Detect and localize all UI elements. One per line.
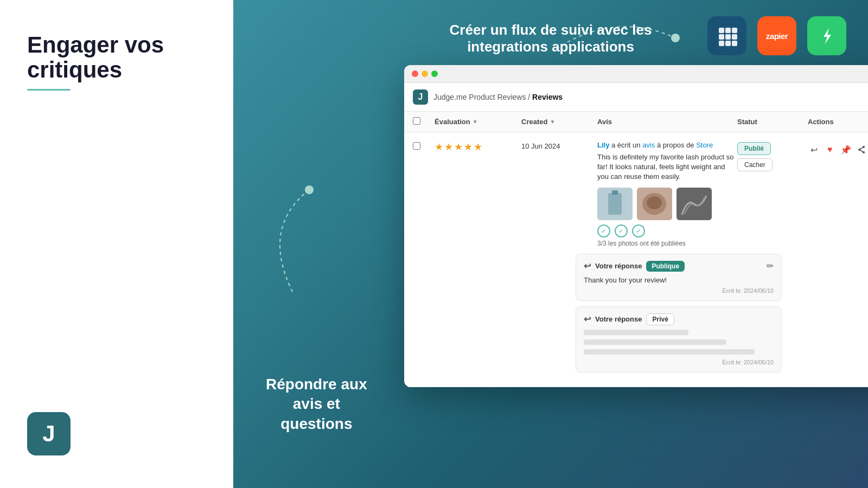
status-published-badge[interactable]: Publié (737, 142, 771, 155)
svg-rect-9 (725, 41, 731, 46)
replies-section: ↩ Votre réponse Publique ✏ Thank you for… (576, 254, 868, 373)
svg-rect-2 (719, 28, 724, 33)
review-text: This is definitely my favorite lash prod… (597, 152, 737, 182)
main-title: Engager vos critiques (27, 33, 206, 82)
status-hide-button[interactable]: Cacher (737, 158, 773, 171)
photo-check-3: ✓ (632, 224, 645, 237)
share-icon[interactable] (856, 142, 868, 157)
zapier-app-icon: zapier (757, 16, 796, 55)
skeleton-line-2 (584, 339, 726, 345)
bottom-left-label: Répondre aux avis et questions (266, 375, 367, 434)
row-stars: ★ ★ ★ ★ ★ (435, 141, 521, 153)
svg-point-17 (647, 196, 662, 209)
app-icons-container: zapier (707, 16, 846, 55)
row-status-col: Publié Cacher (737, 141, 808, 171)
created-dropdown-arrow[interactable]: ▼ (550, 119, 555, 125)
row-content: Lily a écrit un avis à propos de Store T… (597, 141, 737, 247)
left-panel: Engager vos critiques J (0, 0, 233, 488)
svg-point-0 (671, 34, 680, 42)
reply-box-private: ↩ Votre réponse Privé Écrit le: 2024/06/… (576, 306, 782, 373)
browser-nav: J Judge.me Product Reviews / Reviews (404, 83, 868, 112)
svg-rect-7 (732, 34, 737, 40)
header-created[interactable]: Created ▼ (521, 118, 597, 126)
star-5: ★ (474, 141, 482, 153)
reply-label-private: Votre réponse (595, 315, 642, 323)
reply-arrow-private: ↩ (584, 314, 591, 324)
author-verb: a écrit un (611, 141, 640, 149)
browser-window: J Judge.me Product Reviews / Reviews Éva… (404, 65, 868, 387)
svg-rect-10 (732, 41, 737, 46)
reply-date-private: Écrit le: 2024/06/10 (584, 359, 774, 365)
header-statut: Statut (737, 118, 808, 126)
skeleton-line-1 (584, 330, 688, 335)
judge-me-icon: J (413, 89, 428, 105)
reply-date-public: Écrit le: 2024/06/10 (584, 287, 774, 294)
svg-marker-11 (824, 28, 831, 44)
svg-rect-4 (732, 28, 737, 33)
bolt-app-icon (807, 16, 846, 55)
photos-caption: 3/3 les photos ont été publiées (597, 240, 737, 247)
traffic-light-green[interactable] (431, 70, 438, 77)
svg-rect-5 (719, 34, 724, 40)
reply-header-public: ↩ Votre réponse Publique ✏ (584, 261, 774, 272)
table-header: Évaluation ▼ Created ▼ Avis Statut Actio… (404, 112, 868, 132)
star-3: ★ (454, 141, 463, 153)
row-actions-col: ↩ ♥ 📌 ··· (808, 141, 868, 157)
svg-rect-8 (719, 41, 724, 46)
reply-header-left-public: ↩ Votre réponse Publique (584, 261, 685, 272)
photo-3-img (676, 188, 712, 220)
svg-point-1 (305, 185, 314, 194)
photos-row (597, 188, 737, 220)
row-checkbox[interactable] (413, 142, 420, 150)
svg-rect-6 (725, 34, 731, 40)
reply-tag-public[interactable]: Publique (646, 261, 685, 272)
traffic-light-yellow[interactable] (422, 70, 428, 77)
header-checkbox-col (413, 117, 435, 126)
judge-logo: J (27, 412, 71, 455)
select-all-checkbox[interactable] (413, 117, 420, 125)
avis-link[interactable]: avis (642, 141, 655, 149)
heart-icon[interactable]: ♥ (824, 142, 836, 157)
evaluation-dropdown-arrow[interactable]: ▼ (473, 119, 478, 125)
photo-checks: ✓ ✓ ✓ (597, 224, 737, 237)
svg-line-23 (859, 150, 864, 152)
photo-2-img (637, 188, 672, 220)
photo-thumb-3[interactable] (676, 188, 712, 220)
photo-thumb-2[interactable] (637, 188, 672, 220)
reply-text-public: Thank you for your review! (584, 276, 774, 284)
store-link[interactable]: Store (696, 141, 713, 149)
svg-rect-13 (608, 193, 622, 215)
photo-thumb-1[interactable] (597, 188, 633, 220)
svg-rect-14 (612, 190, 618, 195)
star-1: ★ (435, 141, 443, 153)
reply-box-public: ↩ Votre réponse Publique ✏ Thank you for… (576, 254, 782, 301)
right-panel: Créer un flux de suivi avec les integrat… (233, 0, 868, 488)
review-author-line: Lily a écrit un avis à propos de Store (597, 141, 737, 149)
traffic-light-red[interactable] (412, 70, 418, 77)
skeleton-line-3 (584, 349, 755, 355)
browser-titlebar (404, 65, 868, 83)
header-actions: Actions (808, 118, 868, 126)
edit-reply-icon[interactable]: ✏ (767, 261, 774, 271)
reply-header-left-private: ↩ Votre réponse Privé (584, 313, 674, 325)
reply-icon[interactable]: ↩ (808, 142, 820, 157)
header-evaluation[interactable]: Évaluation ▼ (435, 118, 521, 126)
reply-arrow-public: ↩ (584, 261, 591, 271)
table-row: ★ ★ ★ ★ ★ 10 Jun 2024 Lily a écrit un av… (404, 132, 868, 387)
photo-check-2: ✓ (615, 224, 628, 237)
photo-check-1: ✓ (597, 224, 610, 237)
row-date: 10 Jun 2024 (521, 141, 597, 150)
header-avis: Avis (597, 118, 737, 126)
reply-tag-private[interactable]: Privé (646, 313, 674, 325)
waffle-app-icon (707, 16, 746, 55)
title-underline (27, 89, 71, 91)
reply-header-private: ↩ Votre réponse Privé (584, 313, 774, 325)
author-name[interactable]: Lily (597, 141, 609, 149)
dotted-arc-left (250, 184, 326, 304)
svg-rect-3 (725, 28, 731, 33)
pin-icon[interactable]: 📌 (839, 142, 852, 157)
breadcrumb: Judge.me Product Reviews / Reviews (433, 93, 563, 101)
star-4: ★ (464, 141, 473, 153)
reply-label-public: Votre réponse (595, 262, 642, 270)
star-2: ★ (444, 141, 453, 153)
